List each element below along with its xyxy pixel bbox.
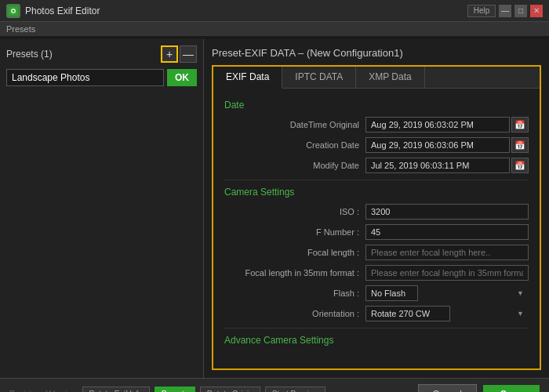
datetime-original-field-group: 📅 <box>365 117 529 132</box>
sidebar: Presets (1) + — OK <box>0 39 204 378</box>
preset-name-input[interactable] <box>6 69 164 86</box>
modify-date-label: Modify Date <box>224 161 365 170</box>
bottom-tools: Rotate Exif Info Presets Rotate Origin S… <box>82 387 326 392</box>
title-bar: Photos Exif Editor Help — □ ✕ <box>0 0 549 22</box>
preset-ok-btn[interactable]: OK <box>167 69 197 86</box>
fnumber-label: F Number : <box>224 227 365 237</box>
orientation-row: Orientation : Rotate 270 CW Horizontal (… <box>224 306 529 321</box>
flash-row: Flash : No Flash Flash Auto Flash Red Ey… <box>224 285 529 301</box>
app-icon <box>6 4 20 18</box>
fnumber-row: F Number : <box>224 224 529 240</box>
iso-input[interactable] <box>365 204 529 220</box>
orientation-select[interactable]: Rotate 270 CW Horizontal (normal) Rotate… <box>365 306 450 321</box>
tab-xmp-data[interactable]: XMP Data <box>356 67 424 88</box>
datetime-original-cal-btn[interactable]: 📅 <box>511 117 529 132</box>
help-btn[interactable]: Help <box>467 5 496 17</box>
window-controls: Help — □ ✕ <box>467 5 543 17</box>
bottom-left: Registered Version Rotate Exif Info Pres… <box>9 387 325 392</box>
focal-length-row: Focal length : <box>224 245 529 260</box>
modify-date-field-group: 📅 <box>365 158 529 173</box>
camera-section-label: Camera Settings <box>224 187 529 198</box>
creation-date-field-group: 📅 <box>365 137 529 153</box>
rotate-exif-btn[interactable]: Rotate Exif Info <box>82 387 150 392</box>
add-preset-btn[interactable]: + <box>161 45 178 63</box>
start-preview-btn[interactable]: Start Preview <box>265 387 325 392</box>
minimize-btn[interactable]: — <box>499 5 511 17</box>
focal-length-input[interactable] <box>365 245 529 260</box>
app-title: Photos Exif Editor <box>25 5 467 16</box>
datetime-original-label: DateTime Original <box>224 120 365 129</box>
focal-length-label: Focal length : <box>224 248 365 257</box>
flash-label: Flash : <box>224 289 365 298</box>
right-panel: Preset-EXIF DATA – (New Configuration1) … <box>204 39 549 378</box>
advance-section-label: Advance Camera Settings <box>224 335 529 346</box>
presets-count-title: Presets (1) <box>6 49 161 60</box>
creation-date-cal-btn[interactable]: 📅 <box>511 137 529 153</box>
iso-row: ISO : <box>224 204 529 220</box>
form-area: Date DateTime Original 📅 Creation Date 📅 <box>213 89 540 368</box>
focal-35mm-row: Focal length in 35mm format : <box>224 265 529 281</box>
content-box: EXIF Data IPTC DATA XMP Data Date DateTi… <box>212 65 541 370</box>
rotate-origin-btn[interactable]: Rotate Origin <box>200 387 260 392</box>
datetime-original-input[interactable] <box>365 117 510 132</box>
datetime-original-row: DateTime Original 📅 <box>224 117 529 132</box>
close-btn[interactable]: ✕ <box>530 5 543 17</box>
presets-btn[interactable]: Presets <box>155 387 195 392</box>
presets-header: Presets (1) + — <box>6 45 197 63</box>
flash-select[interactable]: No Flash Flash Auto Flash Red Eye <box>365 285 418 301</box>
orientation-select-wrapper: Rotate 270 CW Horizontal (normal) Rotate… <box>365 306 529 321</box>
fnumber-input[interactable] <box>365 224 529 240</box>
focal-35mm-input[interactable] <box>365 265 529 281</box>
camera-divider <box>224 328 529 328</box>
creation-date-row: Creation Date 📅 <box>224 137 529 153</box>
modify-date-input[interactable] <box>365 158 510 173</box>
tab-exif-data[interactable]: EXIF Data <box>213 67 282 89</box>
bottom-right: Cancel Save <box>418 384 540 393</box>
modify-date-cal-btn[interactable]: 📅 <box>511 158 529 173</box>
flash-select-wrapper: No Flash Flash Auto Flash Red Eye <box>365 285 529 301</box>
modify-date-row: Modify Date 📅 <box>224 158 529 173</box>
bottom-bar: Registered Version Rotate Exif Info Pres… <box>0 378 549 392</box>
preset-panel-title: Preset-EXIF DATA – (New Configuration1) <box>212 47 541 59</box>
svg-point-2 <box>13 9 15 12</box>
focal-35mm-label: Focal length in 35mm format : <box>224 268 365 278</box>
cancel-btn[interactable]: Cancel <box>418 384 477 393</box>
tab-iptc-data[interactable]: IPTC DATA <box>282 67 356 88</box>
remove-preset-btn[interactable]: — <box>180 45 197 63</box>
maximize-btn[interactable]: □ <box>514 5 527 17</box>
orientation-label: Orientation : <box>224 309 365 318</box>
main-container: Presets (1) + — OK Preset-EXIF DATA – (N… <box>0 39 549 378</box>
creation-date-label: Creation Date <box>224 140 365 150</box>
creation-date-input[interactable] <box>365 137 510 153</box>
tabs-bar: EXIF Data IPTC DATA XMP Data <box>213 67 540 89</box>
presets-bar-label: Presets <box>0 22 549 36</box>
date-section-label: Date <box>224 100 529 111</box>
preset-name-row: OK <box>6 69 197 86</box>
save-btn[interactable]: Save <box>483 385 540 393</box>
iso-label: ISO : <box>224 207 365 216</box>
date-divider <box>224 180 529 180</box>
